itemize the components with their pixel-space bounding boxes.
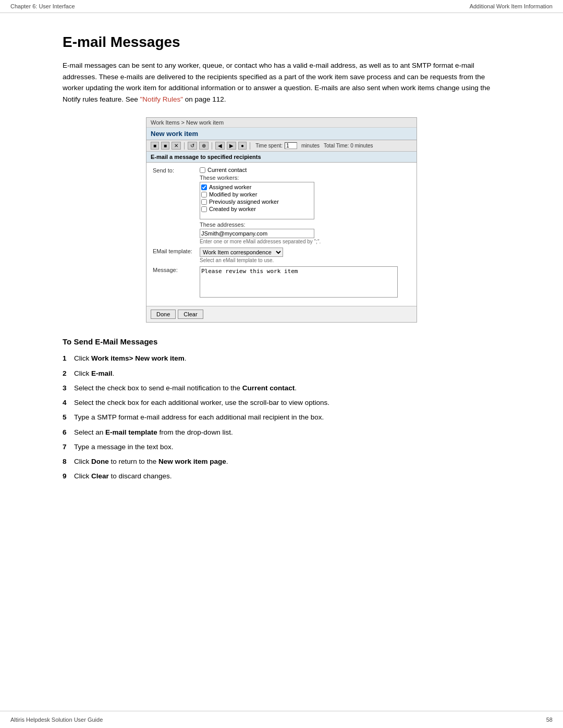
step-9-bold: Clear — [91, 472, 109, 480]
worker-checkbox-3[interactable] — [201, 199, 207, 205]
step-text-8: Click Done to return to the New work ite… — [74, 456, 500, 467]
step-3: 3 Select the check box to send e-mail no… — [63, 383, 500, 393]
addresses-input[interactable] — [200, 229, 314, 238]
worker-item-3: Previously assigned worker — [201, 198, 313, 205]
done-button[interactable]: Done — [151, 310, 176, 319]
step-num-2: 2 — [63, 368, 74, 379]
template-hint: Select an eMail template to use. — [200, 257, 410, 263]
time-spent-input[interactable] — [285, 142, 297, 149]
intro-paragraph: E-mail messages can be sent to any worke… — [63, 60, 500, 105]
step-6: 6 Select an E-mail template from the dro… — [63, 427, 500, 438]
time-spent-label: Time spent: — [255, 143, 283, 149]
worker-label-3: Previously assigned worker — [209, 199, 279, 205]
worker-checkbox-4[interactable] — [201, 206, 207, 212]
worker-item-4: Created by worker — [201, 205, 313, 213]
toolbar-btn-4[interactable]: ↺ — [188, 142, 197, 150]
header-right: Additional Work Item Information — [470, 3, 553, 9]
these-addresses-label: These addresses: — [200, 221, 410, 228]
step-text-9: Click Clear to discard changes. — [74, 471, 500, 482]
email-template-select[interactable]: Work Item correspondence — [200, 248, 283, 257]
step-9: 9 Click Clear to discard changes. — [63, 471, 500, 482]
current-contact-checkbox[interactable] — [200, 167, 205, 173]
notify-rules-link[interactable]: "Notify Rules" — [140, 95, 183, 103]
worker-checkbox-1[interactable] — [201, 184, 207, 190]
step-text-6: Select an E-mail template from the drop-… — [74, 427, 500, 438]
step-2-bold: E-mail — [91, 369, 113, 377]
worker-label-2: Modified by worker — [209, 191, 257, 198]
screenshot-section-header: E-mail a message to specified recipients — [146, 152, 417, 163]
step-num-5: 5 — [63, 412, 74, 423]
addresses-hint: Enter one or more eMail addresses separa… — [200, 239, 410, 244]
screenshot-title: New work item — [146, 128, 417, 140]
intro-text: E-mail messages can be sent to any worke… — [63, 61, 490, 103]
page-header: Chapter 6: User Interface Additional Wor… — [0, 0, 563, 13]
step-text-7: Type a message in the text box. — [74, 442, 500, 452]
screenshot-breadcrumb: Work Items > New work item — [146, 118, 417, 128]
worker-label-4: Created by worker — [209, 206, 256, 212]
toolbar-btn-1[interactable]: ■ — [151, 142, 159, 150]
step-num-1: 1 — [63, 353, 74, 364]
toolbar-btn-6[interactable]: ◀ — [215, 142, 225, 150]
message-textarea[interactable]: Please review this work item — [200, 266, 398, 298]
toolbar-btn-7[interactable]: ▶ — [227, 142, 236, 150]
step-text-4: Select the check box for each additional… — [74, 398, 500, 408]
worker-label-1: Assigned worker — [209, 184, 251, 190]
main-content: E-mail Messages E-mail messages can be s… — [0, 13, 563, 517]
step-3-bold: Current contact — [242, 384, 295, 392]
message-label: Message: — [153, 266, 200, 273]
screenshot-body: Send to: Current contact These workers: … — [146, 163, 417, 306]
step-text-5: Type a SMTP format e-mail address for ea… — [74, 412, 500, 423]
send-to-field: Current contact These workers: Assigned … — [200, 167, 410, 244]
toolbar-btn-2[interactable]: ■ — [161, 142, 169, 150]
toolbar-separator-1 — [184, 142, 185, 150]
step-1: 1 Click Work items> New work item. — [63, 353, 500, 364]
step-text-2: Click E-mail. — [74, 368, 500, 379]
step-8-bold: Done — [91, 458, 109, 465]
worker-checkbox-2[interactable] — [201, 192, 207, 198]
step-num-4: 4 — [63, 398, 74, 408]
page-title: E-mail Messages — [63, 34, 500, 51]
step-num-9: 9 — [63, 471, 74, 482]
step-num-8: 8 — [63, 456, 74, 467]
step-2: 2 Click E-mail. — [63, 368, 500, 379]
step-1-bold: Work items> New work item — [91, 354, 185, 362]
workers-list: Assigned worker Modified by worker Previ… — [200, 182, 314, 219]
step-num-6: 6 — [63, 427, 74, 438]
screenshot-toolbar: ■ ■ ✕ ↺ ⊕ ◀ ▶ ● Time spent: minutes Tota… — [146, 140, 417, 152]
step-7: 7 Type a message in the text box. — [63, 442, 500, 452]
toolbar-separator-3 — [250, 142, 250, 150]
time-unit-label: minutes — [301, 143, 320, 149]
step-6-bold: E-mail template — [105, 428, 157, 436]
toolbar-separator-2 — [212, 142, 212, 150]
these-workers-label: These workers: — [200, 175, 410, 181]
footer-left: Altiris Helpdesk Solution User Guide — [10, 717, 103, 723]
instructions-section: To Send E-Mail Messages 1 Click Work ite… — [63, 337, 500, 482]
email-template-row: EMail template: Work Item correspondence… — [153, 248, 410, 263]
intro-suffix: on page 112. — [183, 95, 226, 103]
message-field: Please review this work item — [200, 266, 410, 299]
toolbar-btn-3[interactable]: ✕ — [172, 142, 181, 150]
step-8: 8 Click Done to return to the New work i… — [63, 456, 500, 467]
step-8-bold2: New work item page — [158, 458, 226, 465]
screenshot-container: Work Items > New work item New work item… — [146, 117, 417, 323]
step-num-7: 7 — [63, 442, 74, 452]
footer-right: 58 — [546, 717, 553, 723]
toolbar-btn-8[interactable]: ● — [238, 142, 247, 150]
email-template-label: EMail template: — [153, 248, 200, 254]
header-left: Chapter 6: User Interface — [10, 3, 75, 9]
step-num-3: 3 — [63, 383, 74, 393]
total-time-label: Total Time: 0 minutes — [324, 143, 373, 149]
instructions-heading: To Send E-Mail Messages — [63, 337, 500, 346]
worker-item-2: Modified by worker — [201, 191, 313, 198]
send-to-row: Send to: Current contact These workers: … — [153, 167, 410, 244]
current-contact-row: Current contact — [200, 167, 410, 173]
toolbar-btn-5[interactable]: ⊕ — [199, 142, 209, 150]
instructions-list: 1 Click Work items> New work item. 2 Cli… — [63, 353, 500, 482]
step-text-1: Click Work items> New work item. — [74, 353, 500, 364]
worker-item-1: Assigned worker — [201, 183, 313, 191]
step-text-3: Select the check box to send e-mail noti… — [74, 383, 500, 393]
screenshot-footer: Done Clear — [146, 306, 417, 322]
clear-button[interactable]: Clear — [178, 310, 203, 319]
step-4: 4 Select the check box for each addition… — [63, 398, 500, 408]
send-to-label: Send to: — [153, 167, 200, 174]
